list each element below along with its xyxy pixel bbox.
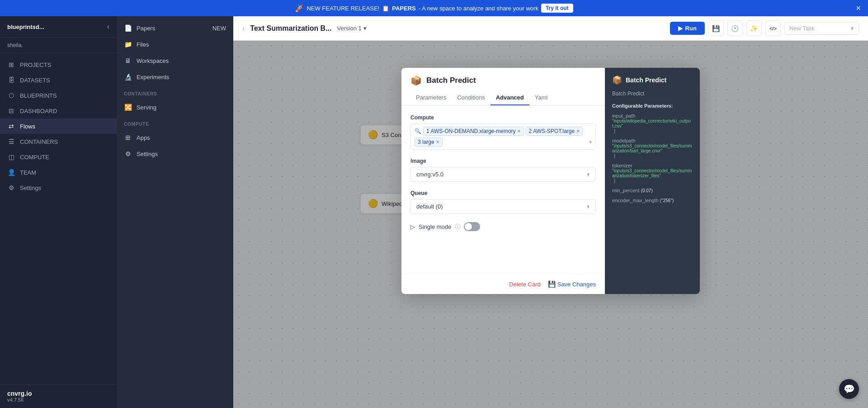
queue-group: Queue default (0) ▾: [410, 190, 596, 214]
sidebar-item-containers[interactable]: ☰ CONTAINERS: [0, 134, 117, 149]
team-icon: 👤: [7, 169, 15, 176]
param-value: "inputs/s3_connector/model_files/summari…: [612, 143, 693, 153]
param-name: modelpath: [612, 138, 693, 143]
tab-yaml-label: Yaml: [535, 94, 548, 101]
compute-chevron-icon: ▾: [589, 139, 592, 145]
image-select[interactable]: cnvrg:v5.0 ▾: [410, 167, 596, 182]
param-indent: }: [614, 128, 693, 133]
sidebar-item-compute[interactable]: ◫ COMPUTE: [0, 149, 117, 165]
rp-section-title: Configurable Parameters:: [612, 103, 693, 109]
version-select[interactable]: Version 1 ▾: [337, 25, 367, 32]
rp-header: 📦 Batch Predict: [612, 75, 693, 85]
queue-chevron-icon: ▾: [587, 203, 590, 210]
secondary-item-label: Workspaces: [137, 57, 169, 64]
run-icon: ▶: [678, 25, 683, 32]
header-actions: ▶ Run 💾 🕐 ✨ </> New Task ▾: [670, 21, 859, 36]
experiments-icon: 🔬: [124, 73, 132, 81]
param-value: "inputs/s3_connector/model_files/summari…: [612, 168, 693, 178]
try-it-out-button[interactable]: Try it out: [541, 4, 573, 13]
new-badge: NEW: [212, 25, 226, 32]
apps-icon: ⊞: [124, 134, 132, 141]
sidebar-item-label: BLUEPRINTS: [20, 92, 57, 99]
sidebar-item-label: TEAM: [20, 169, 36, 176]
sidebar-item-projects[interactable]: ⊞ PROJECTS: [0, 57, 117, 72]
compute-section-label: COMPUTE: [117, 119, 233, 129]
secondary-item-experiments[interactable]: 🔬 Experiments: [117, 69, 233, 85]
chat-bubble-button[interactable]: 💬: [839, 379, 859, 399]
tab-parameters-label: Parameters: [416, 94, 446, 101]
sidebar-user: sheila.: [0, 38, 117, 53]
compute-field[interactable]: 🔍 1 AWS-ON-DEMAND.xlarge-memory × 2 AWS-…: [410, 123, 596, 150]
banner-text: 🚀 NEW FEATURE RELEASE! 📋 PAPERS - A new …: [295, 4, 573, 13]
sidebar-item-label: CONTAINERS: [20, 138, 58, 145]
secondary-item-serving[interactable]: 🔀 Serving: [117, 99, 233, 115]
banner-new-label: NEW FEATURE RELEASE!: [307, 5, 379, 12]
rp-param-modelpath: modelpath "inputs/s3_connector/model_fil…: [612, 138, 693, 158]
tab-conditions[interactable]: Conditions: [452, 90, 490, 105]
modal-header-icon: 📦: [410, 75, 422, 86]
modal-footer: Delete Card 💾 Save Changes: [401, 274, 605, 294]
banner-close-button[interactable]: ×: [856, 4, 861, 13]
modal-main-panel: 📦 Batch Predict Parameters Conditions: [401, 68, 605, 294]
modal-title: Batch Predict: [426, 76, 476, 85]
save-changes-button[interactable]: 💾 Save Changes: [548, 280, 596, 288]
new-task-select[interactable]: New Task ▾: [784, 22, 859, 35]
secondary-item-settings[interactable]: ⚙ Settings: [117, 146, 233, 162]
play-icon: ▷: [410, 223, 415, 230]
sidebar-item-label: Settings: [20, 185, 41, 191]
single-mode-toggle[interactable]: [464, 222, 480, 231]
delete-card-button[interactable]: Delete Card: [509, 281, 540, 288]
tab-parameters[interactable]: Parameters: [410, 90, 452, 105]
sidebar-collapse-button[interactable]: ‹: [107, 23, 109, 31]
settings-icon: ⚙: [7, 184, 15, 191]
database-icon: 🗄: [7, 76, 15, 84]
secondary-item-label: Experiments: [137, 74, 169, 81]
rp-param-encoder-max-length: encoder_max_length ("256"): [612, 198, 693, 203]
page-title: Text Summarization B...: [250, 24, 331, 33]
code-icon-button[interactable]: </>: [765, 21, 781, 36]
flows-icon: ⇄: [7, 123, 15, 130]
modal-right-panel: 📦 Batch Predict Batch Predict Configurab…: [605, 68, 700, 294]
toggle-knob: [465, 223, 472, 230]
sidebar-item-flows[interactable]: ⇄ Flows: [0, 119, 117, 134]
save-icon-button[interactable]: 💾: [708, 21, 724, 36]
brand-logo: cnvrg.io: [7, 390, 109, 397]
sidebar-item-team[interactable]: 👤 TEAM: [0, 165, 117, 180]
sidebar-item-datasets[interactable]: 🗄 DATASETS: [0, 72, 117, 88]
secondary-item-papers[interactable]: 📄 Papers NEW: [117, 20, 233, 36]
history-icon-button[interactable]: 🕐: [727, 21, 743, 36]
secondary-item-label: Apps: [137, 134, 150, 141]
secondary-item-workspaces[interactable]: 🖥 Workspaces: [117, 52, 233, 69]
sidebar-item-settings[interactable]: ⚙ Settings: [0, 180, 117, 195]
sidebar-item-dashboard[interactable]: ⊟ DASHBOARD: [0, 103, 117, 119]
compute-tag-close-1[interactable]: ×: [576, 128, 580, 134]
image-value: cnvrg:v5.0: [416, 171, 443, 178]
secondary-item-apps[interactable]: ⊞ Apps: [117, 129, 233, 146]
image-group: Image cnvrg:v5.0 ▾: [410, 158, 596, 182]
sidebar-item-blueprints[interactable]: ⬡ BLUEPRINTS: [0, 88, 117, 103]
image-label: Image: [410, 158, 596, 164]
tab-yaml[interactable]: Yaml: [529, 90, 553, 105]
serving-icon: 🔀: [124, 104, 132, 111]
wand-icon-button[interactable]: ✨: [746, 21, 762, 36]
version-chevron-icon: ▾: [363, 25, 367, 32]
batch-predict-modal: 📦 Batch Predict Parameters Conditions: [401, 68, 700, 294]
run-label: Run: [685, 25, 697, 32]
hexagon-icon: ⬡: [7, 92, 15, 99]
queue-select[interactable]: default (0) ▾: [410, 199, 596, 214]
tab-advanced[interactable]: Advanced: [491, 90, 529, 105]
modal-header: 📦 Batch Predict: [401, 68, 605, 86]
save-label: Save Changes: [557, 281, 596, 288]
containers-icon: ☰: [7, 138, 15, 145]
sidebar-logo: blueprintsd...: [7, 24, 44, 30]
secondary-item-files[interactable]: 📁 Files: [117, 36, 233, 52]
compute-tag-1: 2 AWS-SPOT.large ×: [526, 127, 583, 136]
run-button[interactable]: ▶ Run: [670, 22, 705, 35]
compute-tag-close-0[interactable]: ×: [518, 128, 521, 134]
info-icon: ⓘ: [455, 223, 460, 231]
param-indent: }: [614, 178, 693, 183]
flow-canvas: 🟡 S3 Connector 🟡 Wikipedia Co...: [233, 41, 868, 408]
modal-overlay: 📦 Batch Predict Parameters Conditions: [233, 41, 868, 408]
compute-tag-close-2[interactable]: ×: [436, 139, 439, 145]
sidebar-header: blueprintsd... ‹: [0, 16, 117, 38]
